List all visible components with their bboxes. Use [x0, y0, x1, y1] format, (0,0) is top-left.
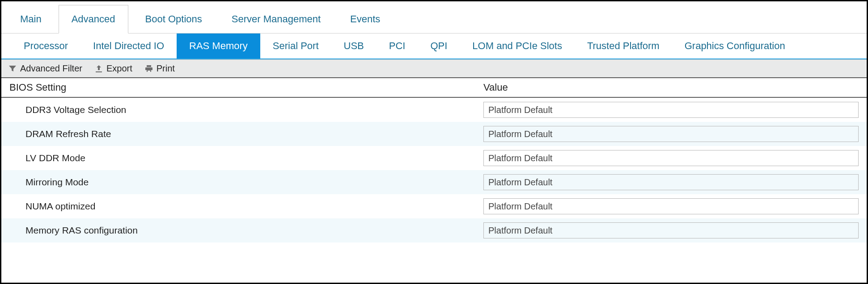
tab-boot-options[interactable]: Boot Options: [133, 5, 215, 33]
subtab-label: LOM and PCIe Slots: [472, 40, 562, 52]
value-select[interactable]: Platform Default: [483, 222, 859, 238]
subtab-serial-port[interactable]: Serial Port: [260, 33, 331, 58]
filter-icon: [8, 65, 17, 73]
tab-label: Advanced: [72, 13, 115, 25]
setting-label: DDR3 Voltage Selection: [9, 104, 483, 115]
setting-label: Memory RAS configuration: [9, 225, 483, 236]
table-row: Memory RAS configuration Platform Defaul…: [1, 218, 867, 242]
tab-server-management[interactable]: Server Management: [219, 5, 333, 33]
subtab-graphics-configuration[interactable]: Graphics Configuration: [672, 33, 798, 58]
print-button[interactable]: Print: [145, 63, 175, 74]
table-row: Mirroring Mode Platform Default: [1, 170, 867, 194]
table-row: DRAM Refresh Rate Platform Default: [1, 122, 867, 146]
table-row: DDR3 Voltage Selection Platform Default: [1, 98, 867, 122]
value-select[interactable]: Platform Default: [483, 150, 859, 166]
print-icon: [145, 65, 153, 73]
tool-label: Print: [157, 63, 175, 74]
value-select[interactable]: Platform Default: [483, 198, 859, 214]
export-icon: [95, 65, 103, 73]
subtab-label: Intel Directed IO: [93, 40, 164, 52]
setting-label: LV DDR Mode: [9, 153, 483, 163]
subtab-label: PCI: [389, 40, 406, 52]
subtab-usb[interactable]: USB: [331, 33, 377, 58]
subtab-label: Serial Port: [273, 40, 319, 52]
table-row: LV DDR Mode Platform Default: [1, 146, 867, 170]
setting-label: DRAM Refresh Rate: [9, 129, 483, 139]
settings-rows: DDR3 Voltage Selection Platform Default …: [1, 98, 867, 242]
subtab-processor[interactable]: Processor: [11, 33, 80, 58]
subtab-intel-directed-io[interactable]: Intel Directed IO: [80, 33, 177, 58]
value-select[interactable]: Platform Default: [483, 174, 859, 190]
value-text: Platform Default: [488, 226, 552, 236]
tool-label: Advanced Filter: [20, 63, 82, 74]
tab-events[interactable]: Events: [338, 5, 393, 33]
subtab-label: USB: [344, 40, 364, 52]
value-text: Platform Default: [488, 129, 552, 139]
value-text: Platform Default: [488, 201, 552, 212]
subtab-trusted-platform[interactable]: Trusted Platform: [575, 33, 672, 58]
subtab-label: Graphics Configuration: [685, 40, 785, 52]
subtab-label: Processor: [24, 40, 68, 52]
tab-label: Server Management: [232, 13, 321, 25]
secondary-tabs: Processor Intel Directed IO RAS Memory S…: [1, 33, 867, 59]
tab-label: Events: [350, 13, 380, 25]
subtab-label: QPI: [430, 40, 447, 52]
export-button[interactable]: Export: [95, 63, 132, 74]
tab-advanced[interactable]: Advanced: [59, 5, 128, 33]
subtab-label: Trusted Platform: [587, 40, 660, 52]
toolbar: Advanced Filter Export Print: [1, 59, 867, 78]
table-row: NUMA optimized Platform Default: [1, 194, 867, 218]
subtab-qpi[interactable]: QPI: [418, 33, 460, 58]
table-header: BIOS Setting Value: [1, 78, 867, 98]
value-text: Platform Default: [488, 177, 552, 188]
subtab-ras-memory[interactable]: RAS Memory: [177, 33, 260, 58]
tab-label: Boot Options: [145, 13, 202, 25]
tab-main[interactable]: Main: [8, 5, 54, 33]
value-select[interactable]: Platform Default: [483, 126, 859, 142]
column-header-value: Value: [483, 82, 859, 93]
tab-label: Main: [20, 13, 42, 25]
subtab-lom-pcie-slots[interactable]: LOM and PCIe Slots: [460, 33, 575, 58]
setting-label: Mirroring Mode: [9, 177, 483, 188]
advanced-filter-button[interactable]: Advanced Filter: [8, 63, 82, 74]
setting-label: NUMA optimized: [9, 201, 483, 212]
value-text: Platform Default: [488, 105, 552, 115]
value-select[interactable]: Platform Default: [483, 102, 859, 118]
bios-panel: Main Advanced Boot Options Server Manage…: [0, 0, 868, 284]
tool-label: Export: [106, 63, 132, 74]
value-text: Platform Default: [488, 153, 552, 163]
subtab-pci[interactable]: PCI: [377, 33, 418, 58]
primary-tabs: Main Advanced Boot Options Server Manage…: [1, 1, 867, 33]
subtab-label: RAS Memory: [189, 40, 248, 52]
column-header-setting: BIOS Setting: [9, 82, 483, 93]
